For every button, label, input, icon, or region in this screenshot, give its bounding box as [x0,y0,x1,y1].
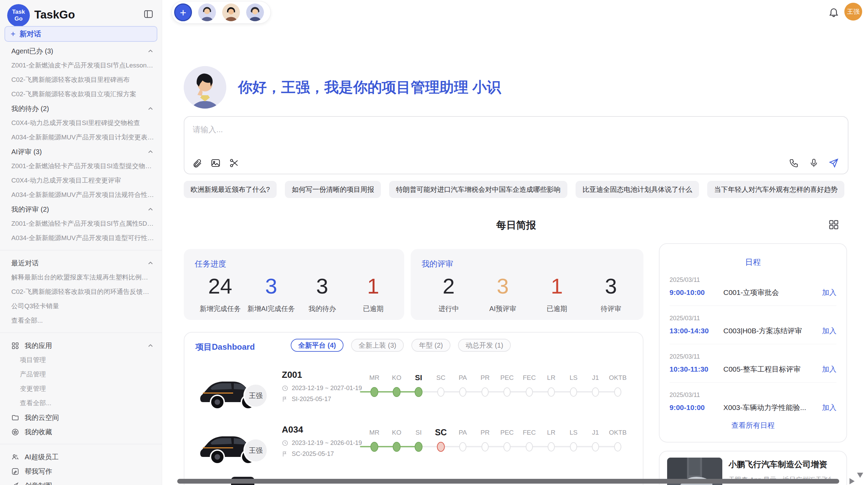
milestone-node[interactable] [526,442,533,451]
sidebar-item-creative-draw[interactable]: 创意制图 [0,478,162,485]
join-link[interactable]: 加入 [822,403,836,412]
metric: 3待评审 [584,275,638,313]
sidebar-item-change-mgmt[interactable]: 变更管理 [0,382,162,396]
new-chat-button[interactable]: + 新对话 [4,26,157,42]
section-my-todo[interactable]: 我的待办 (2) [0,101,162,116]
milestone-node[interactable] [548,442,555,451]
milestone-node[interactable] [371,387,378,397]
milestone-node[interactable] [393,387,401,397]
section-agent-done[interactable]: Agent已办 (3) [0,44,162,58]
scroll-down-arrow[interactable] [857,473,863,478]
dashboard-tabs: 全新平台 (4) 全新上装 (3) 年型 (2) 动总开发 (1) [291,339,511,352]
suggestion-chip[interactable]: 如何写一份清晰的项目周报 [285,181,381,198]
section-my-apps[interactable]: 我的应用 [0,338,162,353]
join-link[interactable]: 加入 [822,364,836,374]
list-item[interactable]: 公司Q3轻卡销量 [0,299,162,313]
milestone-node[interactable] [592,387,599,397]
milestone-label: PR [481,374,490,382]
news-title: 小鹏飞行汽车制造公司增资 [728,459,831,470]
join-link[interactable]: 加入 [822,288,836,297]
milestone-node[interactable] [482,442,489,451]
milestone-label: KO [392,429,401,436]
sidebar-item-help-write[interactable]: 帮我写作 [0,464,162,478]
suggestion-chip[interactable]: 欧洲新规最近颁布了什么? [184,181,277,198]
schedule-entry: 13:00-14:30 C003|H0B-方案冻结评审 加入 [670,326,836,336]
attachment-icon[interactable] [192,158,202,168]
image-icon[interactable] [210,158,221,168]
flag-icon [282,396,288,402]
project-row[interactable]: 王强 A034 2023-12-19 ~ 2026-01-19 SC-2025-… [184,418,643,473]
suggestion-chip[interactable]: 特朗普可能对进口汽车增税会对中国车企造成哪些影响 [389,181,567,198]
list-item[interactable]: 解释最新出台的欧盟报废车法规再生塑料比例被调至15%... [0,270,162,285]
milestone-node[interactable] [592,442,599,451]
milestone-node[interactable] [393,442,401,452]
tab-all-new-body[interactable]: 全新上装 (3) [351,339,404,352]
schedule-date: 2025/03/11 [670,391,836,399]
message-input[interactable] [192,124,776,147]
tab-model-year[interactable]: 年型 (2) [411,339,450,352]
view-all-apps[interactable]: 查看全部... [0,396,162,410]
list-item[interactable]: A034-全新新能源MUV产品开发项目法规符合性评审 [0,188,162,202]
layout-grid-icon[interactable] [828,219,839,230]
milestone-node[interactable] [437,387,445,397]
sidebar-item-ai-staff[interactable]: AI超级员工 [0,450,162,464]
add-agent-button[interactable]: + [174,3,192,21]
list-item[interactable]: C02-飞腾新能源轻客改款项目的闭环通告反馈情况 [0,285,162,299]
milestone-node[interactable] [459,442,467,451]
avatar[interactable] [246,3,264,21]
suggestion-chip[interactable]: 当下年轻人对汽车外观有怎样的喜好趋势 [707,181,844,198]
scissors-icon[interactable] [229,158,239,168]
milestone-node[interactable] [548,387,555,397]
section-my-review[interactable]: 我的评审 (2) [0,202,162,216]
tab-powertrain-dev[interactable]: 动总开发 (1) [458,339,511,352]
milestone-node[interactable] [371,442,378,452]
list-item[interactable]: Z001-全新燃油轻卡产品开发项目SI节点属性5D文件评审 [0,216,162,231]
milestone-node[interactable] [570,442,577,451]
scroll-right-arrow[interactable] [849,478,855,484]
project-row[interactable]: 王强 Z001 2023-12-19 ~ 2027-01-19 SI-2025-… [184,363,643,418]
list-item[interactable]: C02-飞腾新能源轻客改款项目立项汇报方案 [0,87,162,101]
view-all-schedule-link[interactable]: 查看所有日程 [660,421,846,430]
list-item[interactable]: C0X4-动力总成开发项目SI里程碑提交物检查 [0,116,162,130]
user-avatar[interactable]: 王强 [844,3,862,21]
horizontal-scrollbar[interactable] [177,479,839,484]
sidebar-item-product-mgmt[interactable]: 产品管理 [0,367,162,382]
join-link[interactable]: 加入 [822,326,836,336]
list-item[interactable]: A034-全新新能源MUV产品开发项目造型可行性评审 [0,231,162,245]
list-item[interactable]: C0X4-动力总成开发项目工程变更评审 [0,173,162,188]
suggestion-chip[interactable]: 比亚迪全固态电池计划具体说了什么 [576,181,699,198]
sidebar-item-favorites[interactable]: 我的收藏 [0,425,162,439]
milestone-node[interactable] [415,387,423,397]
section-recent-chats[interactable]: 最近对话 [0,256,162,270]
clock-icon [282,440,288,446]
microphone-icon[interactable] [809,158,819,168]
phone-icon[interactable] [789,158,799,168]
milestone-node[interactable] [570,387,577,397]
avatar[interactable] [222,3,240,21]
list-item[interactable]: A034-全新新能源MUV产品开发项目计划变更表编写 [0,130,162,145]
avatar[interactable] [198,3,216,21]
list-item[interactable]: C02-飞腾新能源轻客改款项目里程碑画布 [0,73,162,87]
milestone-node[interactable] [415,442,423,452]
milestone-node[interactable] [526,387,533,397]
milestone-node[interactable] [459,387,467,397]
send-icon[interactable] [829,158,839,168]
daily-briefing-title: 每日简报 [184,219,848,232]
milestone-node[interactable] [504,442,511,451]
list-item[interactable]: Z001-全新燃油皮卡产品开发项目SI节点Lesson Learn报告 [0,58,162,73]
sidebar-collapse-icon[interactable] [143,9,154,19]
notification-bell-icon[interactable] [828,7,839,17]
view-all-chats[interactable]: 查看全部... [0,313,162,328]
section-ai-review[interactable]: AI评审 (3) [0,145,162,159]
divider [670,344,836,344]
milestone-node[interactable] [437,442,445,452]
milestone-node[interactable] [504,387,511,397]
milestone-node[interactable] [614,387,622,397]
milestone-node[interactable] [614,442,622,451]
sidebar-item-project-mgmt[interactable]: 项目管理 [0,353,162,367]
tab-all-new-platform[interactable]: 全新平台 (4) [291,339,343,352]
people-icon [11,453,19,461]
list-item[interactable]: Z001-全新燃油轻卡产品开发项目SI造型提交物评审 [0,159,162,173]
sidebar-item-cloud-space[interactable]: 我的云空间 [0,410,162,425]
milestone-node[interactable] [482,387,489,397]
